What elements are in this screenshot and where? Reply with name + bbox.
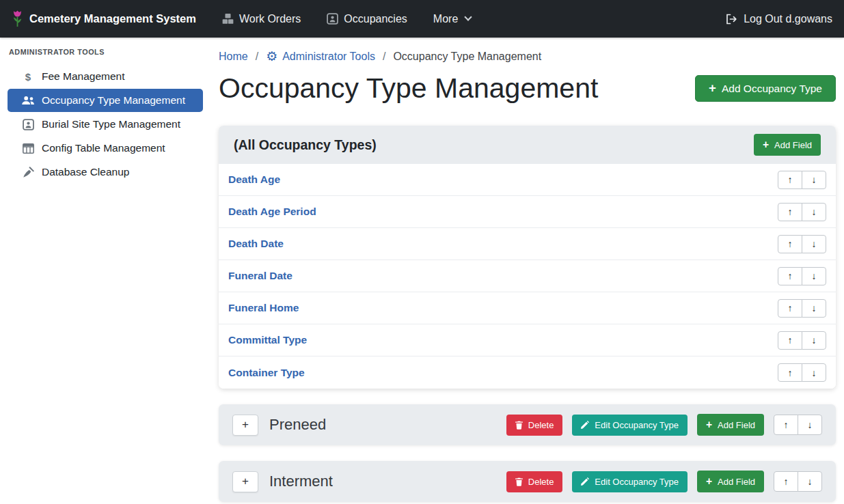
nav-more[interactable]: More	[433, 13, 471, 25]
plus-icon: +	[709, 82, 716, 95]
sidebar-item-burial-site-type-management[interactable]: Burial Site Type Management	[8, 113, 203, 136]
gear-icon: ⚙	[266, 50, 277, 63]
breadcrumb: Home / ⚙ Administrator Tools / Occupancy…	[219, 50, 836, 63]
add-occupancy-type-label: Add Occupancy Type	[722, 83, 822, 95]
sidebar-item-label: Burial Site Type Management	[42, 118, 180, 130]
page-title: Occupancy Type Management	[219, 72, 598, 105]
section-interment: + Interment Delete Edit Occupancy Type +	[219, 461, 836, 502]
edit-label: Edit Occupancy Type	[595, 477, 679, 487]
add-occupancy-type-button[interactable]: + Add Occupancy Type	[695, 75, 836, 102]
move-down-button[interactable]: ↓	[802, 331, 826, 350]
breadcrumb-admin-tools[interactable]: ⚙ Administrator Tools	[266, 50, 375, 63]
sidebar-item-label: Fee Management	[42, 70, 125, 83]
all-occupancy-types-card: (All Occupancy Types) + Add Field Death …	[219, 126, 836, 389]
plus-icon: +	[763, 139, 769, 150]
move-down-button[interactable]: ↓	[802, 203, 826, 221]
field-link[interactable]: Death Age Period	[228, 206, 316, 218]
move-up-button[interactable]: ↑	[778, 267, 802, 285]
move-up-button[interactable]: ↑	[778, 235, 802, 253]
move-up-button[interactable]: ↑	[774, 415, 798, 435]
move-up-button[interactable]: ↑	[774, 471, 798, 492]
pencil-icon	[581, 421, 589, 429]
breadcrumb-separator: /	[383, 51, 385, 63]
top-navbar: Cemetery Management System Work Orders O…	[0, 0, 844, 38]
move-up-button[interactable]: ↑	[778, 331, 802, 350]
main-content: Home / ⚙ Administrator Tools / Occupancy…	[210, 38, 844, 504]
nav-occupancies[interactable]: Occupancies	[327, 13, 407, 25]
move-down-button[interactable]: ↓	[802, 235, 826, 253]
field-row: Funeral Date ↑ ↓	[219, 260, 836, 292]
move-down-button[interactable]: ↓	[802, 171, 826, 189]
move-down-button[interactable]: ↓	[798, 471, 822, 492]
edit-occupancy-type-button[interactable]: Edit Occupancy Type	[572, 471, 688, 492]
nav-work-orders-label: Work Orders	[239, 13, 301, 25]
add-field-label: Add Field	[774, 140, 812, 150]
occupancies-icon	[327, 13, 338, 25]
field-link[interactable]: Funeral Home	[228, 302, 299, 314]
move-down-button[interactable]: ↓	[802, 363, 826, 382]
move-up-button[interactable]: ↑	[778, 203, 802, 221]
trash-icon	[515, 477, 523, 486]
tulip-logo-icon	[12, 10, 23, 28]
field-link[interactable]: Death Age	[228, 173, 280, 186]
expand-button[interactable]: +	[232, 471, 258, 492]
reorder-buttons: ↑ ↓	[778, 267, 826, 285]
field-row: Death Age Period ↑ ↓	[219, 196, 836, 228]
breadcrumb-admin-tools-label: Administrator Tools	[282, 51, 375, 63]
plus-icon: +	[706, 476, 712, 487]
reorder-buttons: ↑ ↓	[778, 203, 826, 221]
nav-occupancies-label: Occupancies	[344, 13, 407, 25]
sidebar-heading: Administrator Tools	[0, 46, 210, 64]
add-field-button[interactable]: + Add Field	[697, 414, 764, 436]
burial-site-icon	[21, 119, 36, 130]
add-field-button[interactable]: + Add Field	[754, 134, 821, 156]
move-down-button[interactable]: ↓	[802, 267, 826, 285]
sidebar-item-database-cleanup[interactable]: Database Cleanup	[8, 160, 203, 184]
section-actions: Delete Edit Occupancy Type + Add Field ↑…	[506, 471, 822, 492]
field-link[interactable]: Funeral Date	[228, 270, 292, 282]
delete-button[interactable]: Delete	[506, 415, 563, 436]
field-row: Funeral Home ↑ ↓	[219, 292, 836, 324]
reorder-buttons: ↑ ↓	[778, 331, 826, 350]
move-down-button[interactable]: ↓	[802, 299, 826, 318]
edit-label: Edit Occupancy Type	[595, 420, 679, 430]
field-row: Death Age ↑ ↓	[219, 164, 836, 196]
nav-more-label: More	[433, 13, 458, 25]
reorder-buttons: ↑ ↓	[778, 363, 826, 382]
delete-button[interactable]: Delete	[506, 471, 563, 492]
sidebar-item-occupancy-type-management[interactable]: Occupancy Type Management	[8, 89, 203, 112]
field-row: Death Date ↑ ↓	[219, 228, 836, 260]
users-icon	[21, 95, 36, 106]
breadcrumb-separator: /	[256, 51, 258, 63]
sidebar-item-fee-management[interactable]: $ Fee Management	[8, 65, 203, 88]
field-row: Committal Type ↑ ↓	[219, 324, 836, 356]
logout-button[interactable]: Log Out d.gowans	[725, 13, 832, 25]
move-down-button[interactable]: ↓	[798, 415, 822, 435]
reorder-buttons: ↑ ↓	[774, 415, 822, 435]
expand-button[interactable]: +	[232, 415, 258, 436]
move-up-button[interactable]: ↑	[778, 171, 802, 189]
move-up-button[interactable]: ↑	[778, 299, 802, 318]
app-title: Cemetery Management System	[29, 12, 196, 25]
add-field-label: Add Field	[718, 477, 755, 487]
add-field-button[interactable]: + Add Field	[697, 471, 764, 492]
breadcrumb-home[interactable]: Home	[219, 51, 248, 63]
move-up-button[interactable]: ↑	[778, 363, 802, 382]
field-link[interactable]: Container Type	[228, 367, 305, 379]
add-field-label: Add Field	[718, 420, 755, 430]
edit-occupancy-type-button[interactable]: Edit Occupancy Type	[572, 415, 688, 436]
sidebar-item-label: Database Cleanup	[42, 166, 129, 178]
section-title: Interment	[269, 473, 506, 490]
reorder-buttons: ↑ ↓	[778, 299, 826, 318]
field-link[interactable]: Committal Type	[228, 334, 307, 346]
chevron-down-icon	[465, 13, 472, 20]
trash-icon	[515, 421, 523, 430]
field-row: Container Type ↑ ↓	[219, 356, 836, 389]
sidebar-item-config-table-management[interactable]: Config Table Management	[8, 137, 203, 160]
nav-work-orders[interactable]: Work Orders	[222, 13, 301, 25]
app-brand[interactable]: Cemetery Management System	[12, 10, 196, 28]
field-link[interactable]: Death Date	[228, 238, 284, 250]
broom-icon	[21, 167, 36, 178]
breadcrumb-current: Occupancy Type Management	[393, 51, 541, 63]
table-icon	[21, 143, 36, 154]
